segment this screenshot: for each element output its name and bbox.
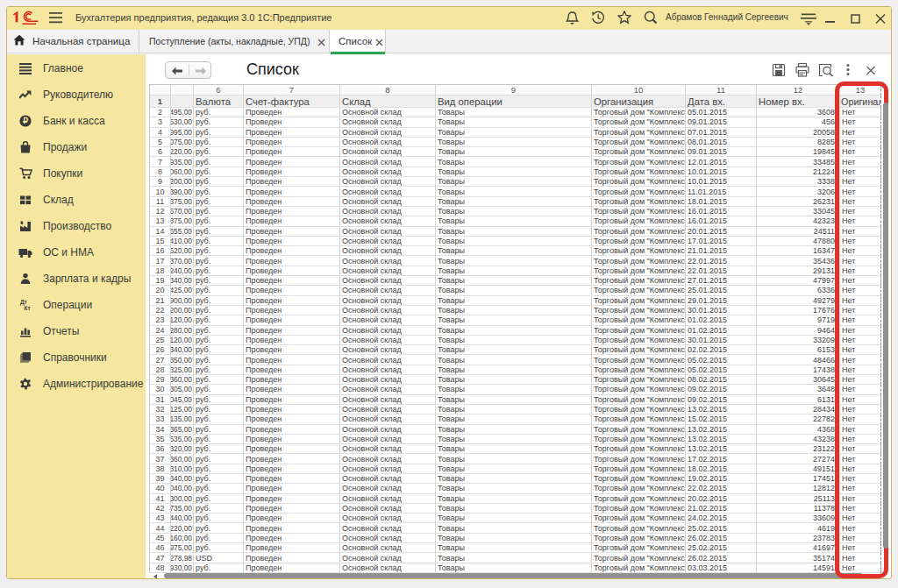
svg-text:Кт: Кт bbox=[24, 305, 30, 311]
svg-text:₽: ₽ bbox=[23, 116, 28, 125]
